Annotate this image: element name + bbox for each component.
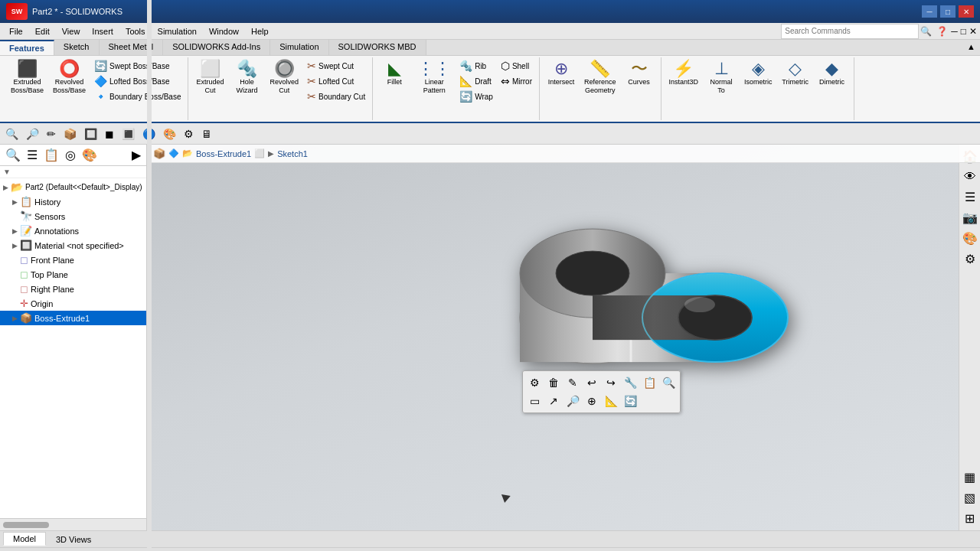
minimize-button[interactable]: ─: [922, 5, 937, 18]
ctx-btn-add[interactable]: ⊕: [583, 393, 600, 409]
ctx-btn-properties[interactable]: ⚙: [526, 374, 543, 391]
mirror-button[interactable]: ⇔ Mirror: [498, 74, 534, 88]
panel-tool-list[interactable]: ☰: [24, 147, 40, 163]
intersect-button[interactable]: ⊕ Intersect: [544, 59, 578, 88]
fillet-button[interactable]: ◣ Fillet: [377, 59, 411, 88]
rt-btn-camera[interactable]: 📷: [961, 209, 979, 227]
maximize-button[interactable]: □: [940, 5, 956, 18]
cmd-view6[interactable]: ◼: [103, 127, 116, 141]
ctx-btn-rect[interactable]: ▭: [526, 393, 543, 409]
ctx-btn-search[interactable]: 🔍: [660, 374, 677, 391]
rt-btn-list[interactable]: ☰: [963, 188, 977, 206]
cmd-view4[interactable]: 📦: [61, 127, 79, 141]
rt-btn-view[interactable]: 👁: [962, 168, 978, 185]
tree-item-annotations[interactable]: ▶ 📝 Annotations: [0, 223, 146, 238]
minus-icon[interactable]: ─: [951, 26, 958, 37]
cmd-view7[interactable]: 🔳: [119, 127, 137, 141]
curves-button[interactable]: 〜 Curves: [622, 59, 656, 88]
cmd-view3[interactable]: ✏: [44, 127, 58, 141]
panel-tool-properties[interactable]: 📋: [41, 147, 61, 163]
tab-sketch[interactable]: Sketch: [54, 40, 100, 55]
ctx-btn-copy[interactable]: 📋: [641, 374, 658, 391]
panel-tool-target[interactable]: ◎: [63, 147, 78, 163]
cmd-view1[interactable]: 🔍: [3, 127, 21, 141]
close-viewport-icon[interactable]: ✕: [969, 26, 977, 37]
cmd-view5[interactable]: 🔲: [82, 127, 100, 141]
panel-scrollbar[interactable]: [0, 518, 146, 530]
panel-tool-color[interactable]: 🎨: [80, 147, 100, 163]
instant3d-button[interactable]: ⚡ Instant3D: [666, 59, 702, 88]
draft-button[interactable]: 📐 Draft: [457, 74, 495, 88]
ctx-btn-delete[interactable]: 🗑: [545, 374, 562, 391]
tab-solidworks-mbd[interactable]: SOLIDWORKS MBD: [329, 40, 426, 55]
normal-to-button[interactable]: ⊥ NormalTo: [704, 59, 738, 96]
tree-item-history[interactable]: ▶ 📋 History: [0, 194, 146, 209]
menu-file[interactable]: File: [3, 25, 29, 37]
tree-item-top-plane[interactable]: ◻ Top Plane: [0, 267, 146, 282]
help-icon[interactable]: ❓: [936, 26, 948, 37]
menu-edit[interactable]: Edit: [29, 25, 56, 37]
close-button[interactable]: ✕: [959, 5, 974, 18]
rt-btn-color2[interactable]: 🎨: [961, 230, 979, 247]
rt-btn-expand3[interactable]: ⊞: [963, 510, 976, 527]
boundary-cut-button[interactable]: ✂ Boundary Cut: [305, 90, 368, 103]
rt-btn-settings[interactable]: ⚙: [963, 250, 977, 268]
menu-insert[interactable]: Insert: [86, 25, 119, 37]
linear-pattern-button[interactable]: ⋮⋮ LinearPattern: [414, 59, 454, 96]
ctx-btn-undo[interactable]: ↩: [583, 374, 600, 391]
menu-window[interactable]: Window: [203, 25, 245, 37]
ctx-btn-edit[interactable]: ✎: [564, 374, 581, 391]
ribbon-collapse-icon[interactable]: ▲: [962, 40, 980, 55]
search-input[interactable]: [781, 24, 919, 39]
menu-help[interactable]: Help: [245, 25, 275, 37]
rt-btn-expand[interactable]: ▦: [962, 468, 977, 486]
isometric-button[interactable]: ◈ Isometric: [741, 59, 776, 88]
tab-sheet-metal[interactable]: Sheet Metal: [100, 40, 164, 55]
tab-solidworks-addins[interactable]: SOLIDWORKS Add-Ins: [163, 40, 270, 55]
tree-item-material[interactable]: ▶ 🔲 Material <not specified>: [0, 238, 146, 253]
panel-tool-filter[interactable]: 🔍: [3, 147, 23, 163]
cmd-view10[interactable]: ⚙: [181, 127, 196, 141]
wrap-button[interactable]: 🔄 Wrap: [457, 90, 495, 103]
dimetric-button[interactable]: ◆ Dimetric: [815, 59, 849, 88]
cmd-view11[interactable]: 🖥: [199, 127, 214, 141]
menu-simulation[interactable]: Simulation: [152, 25, 203, 37]
ref-geometry-button[interactable]: 📏 ReferenceGeometry: [581, 59, 619, 96]
extruded-cut-button[interactable]: ⬜ ExtrudedCut: [193, 59, 227, 96]
tree-item-origin[interactable]: ✛ Origin: [0, 296, 146, 311]
tree-item-front-plane[interactable]: ◻ Front Plane: [0, 253, 146, 267]
trimetric-button[interactable]: ◇ Trimetric: [779, 59, 812, 88]
swept-cut-button[interactable]: ✂ Swept Cut: [305, 59, 368, 73]
search-icon[interactable]: 🔍: [920, 26, 932, 37]
rt-btn-expand2[interactable]: ▧: [962, 489, 977, 507]
panel-tool-arrow[interactable]: ▶: [129, 147, 143, 163]
lofted-cut-button[interactable]: ✂ Lofted Cut: [305, 74, 368, 88]
rib-button[interactable]: 🔩 Rib: [457, 59, 495, 73]
tab-simulation[interactable]: Simulation: [270, 40, 328, 55]
ctx-btn-rotate[interactable]: 🔄: [622, 393, 639, 409]
tree-item-sensors[interactable]: 🔭 Sensors: [0, 209, 146, 223]
breadcrumb-item-2[interactable]: Sketch1: [277, 149, 308, 158]
ctx-btn-arrow[interactable]: ↗: [545, 393, 562, 409]
tab-3d-views[interactable]: 3D Views: [46, 533, 101, 546]
ctx-btn-tool1[interactable]: 🔧: [622, 374, 639, 391]
shell-button[interactable]: ⬡ Shell: [498, 59, 534, 73]
feature-tree[interactable]: ▶ 📂 Part2 (Default<<Default>_Display) ▶ …: [0, 178, 146, 518]
cmd-view9[interactable]: 🎨: [161, 127, 178, 141]
viewport[interactable]: 📦 🔷 📂 Boss-Extrude1 ⬜ ▶ Sketch1: [147, 145, 980, 530]
tab-features[interactable]: Features: [0, 40, 54, 55]
scrollbar-thumb[interactable]: [3, 522, 49, 528]
lofted-boss-button[interactable]: 🔷 Lofted Boss/Base: [92, 74, 183, 88]
cmd-view2[interactable]: 🔎: [24, 127, 41, 141]
tree-item-right-plane[interactable]: ◻ Right Plane: [0, 282, 146, 296]
revolved-boss-button[interactable]: ⭕ RevolvedBoss/Base: [50, 59, 89, 96]
swept-boss-button[interactable]: 🔄 Swept Boss/Base: [92, 59, 183, 73]
restore-icon[interactable]: □: [961, 26, 966, 37]
tab-model[interactable]: Model: [3, 532, 46, 546]
boundary-boss-button[interactable]: 🔹 Boundary Boss/Base: [92, 90, 183, 103]
tree-root[interactable]: ▶ 📂 Part2 (Default<<Default>_Display): [0, 180, 146, 194]
hole-wizard-button[interactable]: 🔩 HoleWizard: [230, 59, 263, 96]
extruded-boss-button[interactable]: ⬛ ExtrudedBoss/Base: [8, 59, 47, 96]
menu-view[interactable]: View: [56, 25, 87, 37]
ctx-btn-measure[interactable]: 📐: [603, 393, 619, 409]
